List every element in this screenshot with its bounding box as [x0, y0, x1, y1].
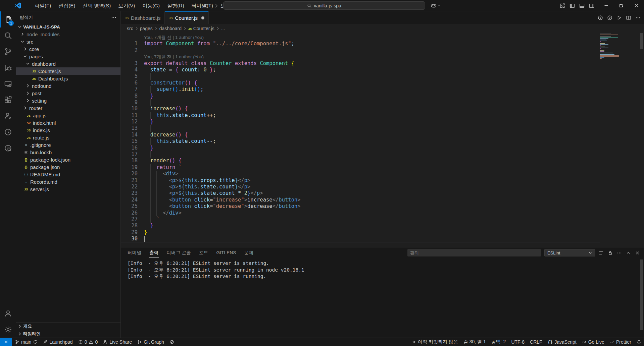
statusbar-cursor-position[interactable]: 줄 30, 열 1 — [461, 338, 489, 346]
activitybar-item-gitlens[interactable] — [0, 140, 16, 156]
tree-item-package.json[interactable]: {}package.json — [16, 163, 120, 171]
output-channel-select[interactable]: ESLint — [544, 249, 595, 256]
tree-item-src[interactable]: src — [16, 38, 120, 45]
statusbar-prettier[interactable]: Prettier — [607, 338, 634, 346]
close-panel-icon[interactable] — [635, 250, 640, 255]
breadcrumb-item[interactable]: pages — [140, 26, 153, 31]
section-개요[interactable]: 개요 — [16, 322, 120, 330]
activitybar-item-extensions[interactable] — [0, 92, 16, 108]
clear-output-icon[interactable] — [599, 250, 604, 255]
activitybar-item-live-share[interactable] — [0, 108, 16, 124]
toggle-primary-sidebar-icon[interactable] — [569, 3, 575, 8]
menu-편집[interactable]: 편집(E) — [55, 0, 79, 11]
activitybar-item-explorer[interactable]: 1 — [0, 11, 16, 27]
split-editor-icon[interactable] — [626, 15, 631, 20]
panel-tab-포트[interactable]: 포트 — [199, 247, 208, 258]
nav-forward-icon[interactable] — [213, 3, 219, 8]
tree-item-core[interactable]: core — [16, 45, 120, 53]
statusbar-indentation[interactable]: 공백: 2 — [489, 338, 509, 346]
section-타임라인[interactable]: 타임라인 — [16, 330, 120, 338]
panel-scrollbar[interactable] — [640, 260, 643, 330]
statusbar-remote-indicator[interactable] — [0, 338, 12, 346]
tree-item-bun.lockb[interactable]: bun.lockb — [16, 149, 120, 156]
panel-tab-출력[interactable]: 출력 — [149, 247, 158, 258]
tree-item-package-lock.json[interactable]: {}package-lock.json — [16, 156, 120, 163]
nav-back-icon[interactable] — [203, 3, 209, 8]
activitybar-item-source-control[interactable] — [0, 44, 16, 60]
statusbar-notifications[interactable] — [634, 338, 644, 346]
tree-item-Records.md[interactable]: Records.md — [16, 178, 120, 185]
statusbar-git-branch[interactable]: main — [12, 338, 40, 346]
panel-more-actions-icon[interactable] — [617, 250, 622, 255]
workspace-root[interactable]: VANILLA-JS-SPA — [16, 23, 120, 31]
explorer-more-actions-icon[interactable] — [111, 15, 116, 20]
tree-item-node_modules[interactable]: node_modules — [16, 31, 120, 38]
statusbar-git-graph[interactable]: Git Graph — [135, 338, 167, 346]
menu-파일[interactable]: 파일(F) — [31, 0, 55, 11]
editor-scrollbar[interactable] — [640, 33, 643, 49]
minimap[interactable] — [600, 34, 639, 61]
maximize-panel-icon[interactable] — [626, 250, 631, 255]
activitybar-item-search[interactable] — [0, 27, 16, 44]
activitybar-item-remote-explorer[interactable] — [0, 76, 16, 92]
tree-item-index.html[interactable]: <>index.html — [16, 119, 120, 126]
tree-item-README.md[interactable]: README.md — [16, 171, 120, 178]
tree-item-index.js[interactable]: JSindex.js — [16, 126, 120, 134]
statusbar-live-share[interactable]: Live Share — [100, 338, 135, 346]
panel-tab-GITLENS[interactable]: GITLENS — [216, 247, 236, 258]
statusbar-gitlens-blame-status[interactable]: 아직 커밋되지 않음 — [409, 338, 461, 346]
breadcrumb-item[interactable]: dashboard — [159, 26, 182, 31]
tree-item-router[interactable]: router — [16, 104, 120, 112]
customize-layout-icon[interactable] — [560, 3, 565, 8]
tree-item-app.js[interactable]: JSapp.js — [16, 112, 120, 119]
command-center-search[interactable]: vanilla-js-spa — [223, 1, 425, 10]
open-changes-next-icon[interactable] — [607, 15, 612, 20]
tree-item-notfound[interactable]: notfound — [16, 82, 120, 90]
statusbar-encoding[interactable]: UTF-8 — [508, 338, 527, 346]
tree-item-Dashboard.js[interactable]: JSDashboard.js — [16, 75, 120, 82]
panel-tab-터미널[interactable]: 터미널 — [128, 247, 141, 258]
tree-item-.gitignore[interactable]: .gitignore — [16, 141, 120, 149]
breadcrumb-item[interactable]: Counter.js — [193, 26, 214, 31]
tree-item-dashboard[interactable]: dashboard — [16, 60, 120, 67]
copilot-menu[interactable] — [431, 2, 441, 10]
output-log[interactable]: [Info - 오후 6:20:21] ESLint server is sta… — [128, 260, 637, 280]
lock-scroll-icon[interactable] — [608, 250, 613, 255]
toggle-panel-icon[interactable] — [579, 3, 585, 8]
activitybar-item-timeline[interactable] — [0, 124, 16, 140]
activitybar-item-account[interactable] — [0, 305, 16, 322]
panel-tab-디버그 콘솔[interactable]: 디버그 콘솔 — [167, 247, 191, 258]
tree-item-post[interactable]: post — [16, 90, 120, 97]
statusbar-go-live[interactable]: Go Live — [579, 338, 607, 346]
menu-실행[interactable]: 실행(R) — [163, 0, 188, 11]
tree-item-pages[interactable]: pages — [16, 53, 120, 60]
output-filter-input[interactable] — [407, 249, 541, 256]
tree-item-server.js[interactable]: JSserver.js — [16, 185, 120, 193]
menu-보기[interactable]: 보기(V) — [114, 0, 139, 11]
menu-선택 영역[interactable]: 선택 영역(S) — [79, 0, 114, 11]
statusbar-problems[interactable]: 00 — [76, 338, 101, 346]
statusbar-gitlens-launchpad[interactable]: Launchpad — [40, 338, 75, 346]
breadcrumb-item[interactable]: ... — [221, 26, 225, 31]
tree-item-route.js[interactable]: JSroute.js — [16, 134, 120, 141]
restore-button[interactable] — [614, 0, 629, 11]
activitybar-item-settings[interactable] — [0, 322, 16, 338]
breadcrumb-item[interactable]: src — [127, 26, 133, 31]
minimize-button[interactable] — [599, 0, 614, 11]
tab-Dashboard.js[interactable]: JSDashboard.js — [121, 11, 165, 24]
statusbar-eol[interactable]: CRLF — [527, 338, 545, 346]
panel-tab-문제[interactable]: 문제 — [244, 247, 253, 258]
close-window-button[interactable] — [629, 0, 644, 11]
tree-item-Counter.js[interactable]: JSCounter.js — [16, 67, 120, 75]
code-editor[interactable]: You, 7개월 전 | 1 author (You)1import Compo… — [121, 33, 644, 247]
editor-more-actions-icon[interactable] — [635, 15, 641, 20]
toggle-secondary-sidebar-icon[interactable] — [589, 3, 594, 8]
run-file-icon[interactable] — [616, 15, 622, 20]
tab-Counter.js[interactable]: JSCounter.js — [165, 11, 209, 24]
statusbar-language-mode[interactable]: {}JavaScript — [545, 338, 579, 346]
statusbar-task-check[interactable] — [167, 338, 177, 346]
menu-이동[interactable]: 이동(G) — [139, 0, 163, 11]
tree-item-setting[interactable]: setting — [16, 97, 120, 104]
activitybar-item-run-and-debug[interactable] — [0, 60, 16, 76]
open-changes-prev-icon[interactable] — [598, 15, 603, 20]
